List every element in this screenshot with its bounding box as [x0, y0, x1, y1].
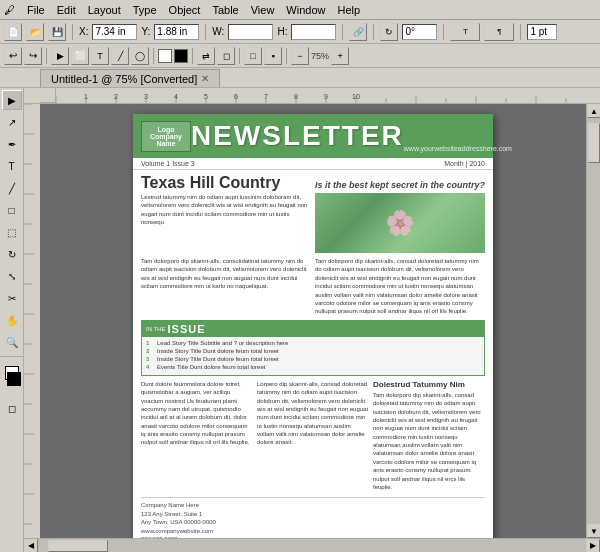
issue-item-3: 3 Inside Story Title Dunt dolore feum to… [146, 356, 480, 362]
menu-help[interactable]: Help [337, 4, 360, 16]
app-icon: 🖋 [4, 4, 15, 16]
selection-tool[interactable]: ▶ [2, 90, 22, 110]
stroke-color[interactable] [174, 49, 188, 63]
zoom-tool[interactable]: 🔍 [2, 332, 22, 352]
newsletter-title: NEWSLETTER [191, 120, 404, 152]
direct-select-tool[interactable]: ↗ [2, 112, 22, 132]
default-colors-btn[interactable]: ◻ [217, 47, 235, 65]
body-col-1: Tam dolorporo dip skarint-alls, consolid… [141, 257, 311, 316]
scrollbar-track[interactable] [587, 118, 600, 524]
menu-type[interactable]: Type [133, 4, 157, 16]
toolbar-row-1: 📄 📂 💾 X: Y: W: H: 🔗 ↻ T ¶ [0, 20, 600, 44]
logo-text-2: Company [150, 133, 182, 140]
select-btn[interactable]: ▶ [51, 47, 69, 65]
frame-btn[interactable]: ⬜ [71, 47, 89, 65]
scroll-up-btn[interactable]: ▲ [587, 104, 600, 118]
fill-color[interactable] [158, 49, 172, 63]
ruler-v-and-doc: 1 2 3 4 5 6 7 8 9 Log [24, 104, 600, 538]
h-scrollbar-track[interactable] [38, 539, 586, 553]
stroke-input[interactable] [527, 24, 557, 40]
scroll-left-btn[interactable]: ◀ [24, 539, 38, 553]
line-tool[interactable]: ╱ [2, 178, 22, 198]
redo-btn[interactable]: ↪ [24, 47, 42, 65]
document-canvas[interactable]: Logo Company Name NEWSLETTER www.yourweb… [40, 104, 586, 538]
h-input[interactable] [291, 24, 336, 40]
rotate-tool[interactable]: ↻ [2, 244, 22, 264]
workspace: ▶ ↗ ✒ T ╱ □ ⬚ ↻ ⤡ ✂ ✋ 🔍 ◻ [0, 88, 600, 552]
in-issue-label: IN THE [146, 326, 166, 332]
new-doc-btn[interactable]: 📄 [4, 23, 22, 41]
volume-line: Volume 1 Issue 3 Month | 2010 [133, 158, 493, 170]
in-issue-body: 1 Lead Story Title Subtitle and ? or des… [142, 337, 484, 375]
menu-file[interactable]: File [27, 4, 45, 16]
pen-tool[interactable]: ✒ [2, 134, 22, 154]
zoom-in-btn[interactable]: + [331, 47, 349, 65]
text-btn[interactable]: T [91, 47, 109, 65]
date-text: Month | 2010 [444, 160, 485, 167]
y-input[interactable] [154, 24, 199, 40]
rect-tool[interactable]: □ [2, 200, 22, 220]
x-input[interactable] [92, 24, 137, 40]
zoom-out-btn[interactable]: − [291, 47, 309, 65]
undo-btn[interactable]: ↩ [4, 47, 22, 65]
w-input[interactable] [228, 24, 273, 40]
address-web: www.companywebsite.com [141, 527, 485, 535]
logo-text-1: Logo [150, 126, 182, 133]
svg-text:4: 4 [174, 93, 178, 100]
scale-tool[interactable]: ⤡ [2, 266, 22, 286]
view-mode-btn[interactable]: ◻ [2, 398, 22, 418]
scroll-down-btn[interactable]: ▼ [587, 524, 600, 538]
issue-text-1: Lead Story Title Subtitle and ? or descr… [157, 340, 288, 346]
line-btn[interactable]: ╱ [111, 47, 129, 65]
menu-object[interactable]: Object [169, 4, 201, 16]
svg-text:3: 3 [144, 93, 148, 100]
rotate-input[interactable] [402, 24, 437, 40]
menu-table[interactable]: Table [212, 4, 238, 16]
scrollbar-thumb[interactable] [588, 123, 600, 163]
canvas-area: 1 2 3 4 5 6 7 8 9 10 [24, 88, 600, 552]
issue-num-3: 3 [146, 356, 154, 362]
issue-num-1: 1 [146, 340, 154, 346]
scroll-right-btn[interactable]: ▶ [586, 539, 600, 553]
issue-text-4: Events Title Dunt dolore feum total lore… [157, 364, 265, 370]
svg-text:7: 7 [264, 93, 268, 100]
bottom-text-2: Lorpero dip skarint-alls, consad doloret… [257, 380, 369, 447]
svg-text:9: 9 [324, 93, 328, 100]
ruler-h-inner: 1 2 3 4 5 6 7 8 9 10 [56, 88, 600, 103]
view-normal-btn[interactable]: □ [244, 47, 262, 65]
h-scrollbar-thumb[interactable] [48, 540, 108, 552]
svg-text:6: 6 [234, 93, 238, 100]
bottom-col-2: Lorpero dip skarint-alls, consad doloret… [257, 380, 369, 492]
issue-item-4: 4 Events Title Dunt dolore feum total lo… [146, 364, 480, 370]
stroke-swatch[interactable] [7, 372, 21, 386]
svg-text:8: 8 [294, 93, 298, 100]
menu-window[interactable]: Window [286, 4, 325, 16]
rotate-btn[interactable]: ↻ [380, 23, 398, 41]
newsletter-website: www.yourwebsiteaddresshere.com [404, 145, 512, 152]
style-btn1[interactable]: T [450, 23, 480, 41]
scissors-tool[interactable]: ✂ [2, 288, 22, 308]
intro-grid: Lestrud tatummy nim do odiam aupit lusci… [141, 193, 485, 253]
scrollbar-vertical: ▲ ▼ [586, 104, 600, 538]
constrain-btn[interactable]: 🔗 [349, 23, 367, 41]
style-btn2[interactable]: ¶ [484, 23, 514, 41]
text-tool[interactable]: T [2, 156, 22, 176]
tab-close-btn[interactable]: ✕ [201, 73, 209, 84]
bottom-story-title: Dolestrud Tatummy Nim [373, 380, 485, 389]
menu-edit[interactable]: Edit [57, 4, 76, 16]
hand-tool[interactable]: ✋ [2, 310, 22, 330]
address-block: Company Name Here 123 Any Street, Suite … [141, 497, 485, 538]
view-preview-btn[interactable]: ▪ [264, 47, 282, 65]
svg-rect-0 [56, 88, 600, 103]
swap-btn[interactable]: ⇄ [197, 47, 215, 65]
menu-view[interactable]: View [251, 4, 275, 16]
issue-item-1: 1 Lead Story Title Subtitle and ? or des… [146, 340, 480, 346]
frame-tool[interactable]: ⬚ [2, 222, 22, 242]
in-issue-title: ISSUE [168, 323, 206, 335]
open-btn[interactable]: 📂 [26, 23, 44, 41]
shape-btn[interactable]: ◯ [131, 47, 149, 65]
menu-layout[interactable]: Layout [88, 4, 121, 16]
save-btn[interactable]: 💾 [48, 23, 66, 41]
document-tab[interactable]: Untitled-1 @ 75% [Converted] ✕ [40, 69, 220, 87]
tab-bar: Untitled-1 @ 75% [Converted] ✕ [0, 68, 600, 88]
